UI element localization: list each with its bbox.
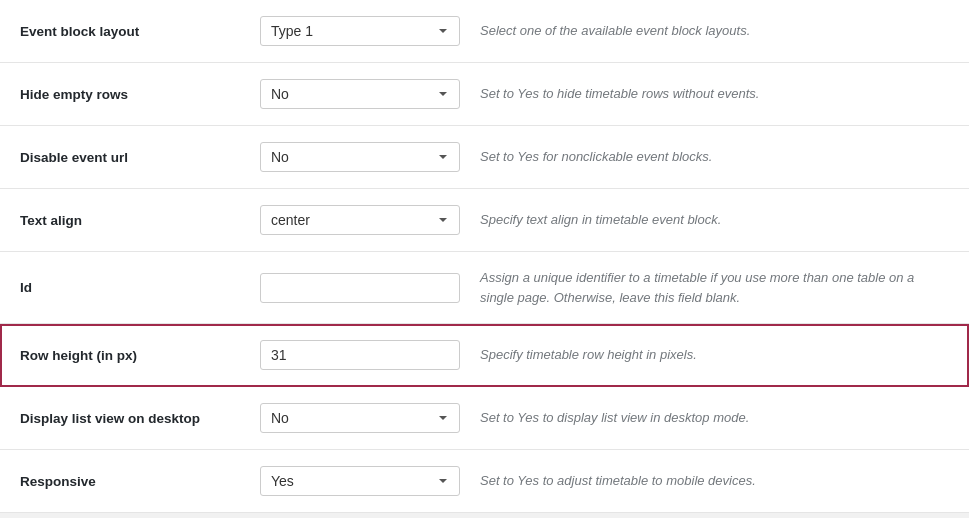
label-disable-event-url: Disable event url xyxy=(20,150,260,165)
input-col-id-field xyxy=(260,273,480,303)
label-responsive: Responsive xyxy=(20,474,260,489)
input-col-disable-event-url: NoYes xyxy=(260,142,480,172)
settings-row-row-height: Row height (in px)Specify timetable row … xyxy=(0,324,969,387)
input-col-event-block-layout: Type 1Type 2Type 3 xyxy=(260,16,480,46)
settings-row-id-field: IdAssign a unique identifier to a timeta… xyxy=(0,252,969,324)
input-col-text-align: centerleftright xyxy=(260,205,480,235)
desc-id-field: Assign a unique identifier to a timetabl… xyxy=(480,268,949,307)
desc-responsive: Set to Yes to adjust timetable to mobile… xyxy=(480,471,949,491)
label-display-list-view: Display list view on desktop xyxy=(20,411,260,426)
input-col-responsive: YesNo xyxy=(260,466,480,496)
settings-row-responsive: ResponsiveYesNoSet to Yes to adjust time… xyxy=(0,450,969,513)
input-col-row-height xyxy=(260,340,480,370)
select-text-align[interactable]: centerleftright xyxy=(260,205,460,235)
input-id-field[interactable] xyxy=(260,273,460,303)
input-col-display-list-view: NoYes xyxy=(260,403,480,433)
settings-row-event-block-layout: Event block layoutType 1Type 2Type 3Sele… xyxy=(0,0,969,63)
label-hide-empty-rows: Hide empty rows xyxy=(20,87,260,102)
input-row-height[interactable] xyxy=(260,340,460,370)
settings-row-text-align: Text aligncenterleftrightSpecify text al… xyxy=(0,189,969,252)
desc-display-list-view: Set to Yes to display list view in deskt… xyxy=(480,408,949,428)
settings-row-hide-empty-rows: Hide empty rowsNoYesSet to Yes to hide t… xyxy=(0,63,969,126)
settings-row-display-list-view: Display list view on desktopNoYesSet to … xyxy=(0,387,969,450)
select-display-list-view[interactable]: NoYes xyxy=(260,403,460,433)
label-row-height: Row height (in px) xyxy=(20,348,260,363)
settings-table: Event block layoutType 1Type 2Type 3Sele… xyxy=(0,0,969,513)
select-disable-event-url[interactable]: NoYes xyxy=(260,142,460,172)
label-id-field: Id xyxy=(20,280,260,295)
desc-row-height: Specify timetable row height in pixels. xyxy=(480,345,949,365)
desc-disable-event-url: Set to Yes for nonclickable event blocks… xyxy=(480,147,949,167)
select-event-block-layout[interactable]: Type 1Type 2Type 3 xyxy=(260,16,460,46)
select-hide-empty-rows[interactable]: NoYes xyxy=(260,79,460,109)
input-col-hide-empty-rows: NoYes xyxy=(260,79,480,109)
desc-text-align: Specify text align in timetable event bl… xyxy=(480,210,949,230)
desc-hide-empty-rows: Set to Yes to hide timetable rows withou… xyxy=(480,84,949,104)
label-event-block-layout: Event block layout xyxy=(20,24,260,39)
label-text-align: Text align xyxy=(20,213,260,228)
desc-event-block-layout: Select one of the available event block … xyxy=(480,21,949,41)
select-responsive[interactable]: YesNo xyxy=(260,466,460,496)
settings-row-disable-event-url: Disable event urlNoYesSet to Yes for non… xyxy=(0,126,969,189)
